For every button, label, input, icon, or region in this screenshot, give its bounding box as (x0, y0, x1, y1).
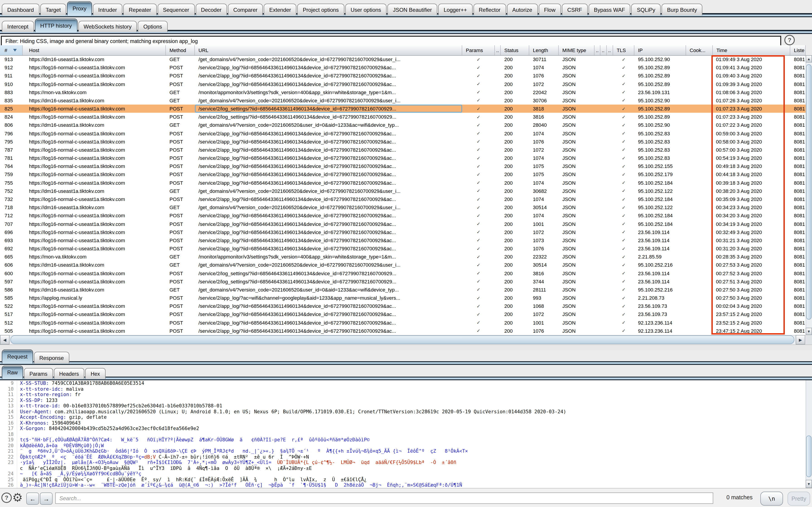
column-header-params[interactable]: Params (462, 45, 495, 55)
table-row[interactable]: 781https://log16-normal-c-useast1a.tikto… (0, 154, 806, 162)
table-row[interactable]: 522https://log16-normal-c-useast1a.tikto… (0, 302, 806, 310)
tab-reflector[interactable]: Reflector (473, 4, 506, 15)
column-header-number[interactable]: # (0, 45, 23, 55)
table-hscroll-thumb[interactable] (10, 335, 794, 344)
column-header-cook-[interactable]: Cook... (686, 45, 713, 55)
tab-sequencer[interactable]: Sequencer (157, 4, 195, 15)
column-header-time[interactable]: Time (713, 45, 790, 55)
tab-comparer[interactable]: Comparer (228, 4, 263, 15)
scroll-left-icon[interactable]: ◀ (0, 335, 9, 344)
table-row[interactable]: 693https://log16-normal-c-useast1a.tikto… (0, 236, 806, 244)
table-row[interactable]: 600https://log16-normal-c-useast1a.tikto… (0, 269, 806, 277)
table-row[interactable]: 759https://log16-normal-c-useast1a.tikto… (0, 170, 806, 179)
table-row[interactable]: 883https://mon-va.tiktokv.comGET/monitor… (0, 88, 806, 96)
table-row[interactable]: 824https://log16-normal-c-useast1a.tikto… (0, 113, 806, 121)
table-row[interactable]: 707https://log16-normal-c-useast1a.tikto… (0, 220, 806, 228)
table-row[interactable]: 755https://log16-normal-c-useast1a.tikto… (0, 179, 806, 187)
search-help-icon[interactable]: ? (1, 493, 12, 503)
tab-params[interactable]: Params (24, 368, 53, 379)
tab-intruder[interactable]: Intruder (93, 4, 122, 15)
table-row[interactable]: 505https://log16-normal-c-useast1a.tikto… (0, 327, 806, 335)
table-row[interactable]: 752https://dm16-useast1a.tiktokv.comGET/… (0, 187, 806, 195)
table-row[interactable]: 787https://log16-normal-c-useast1a.tikto… (0, 146, 806, 154)
tab-flow[interactable]: Flow (539, 4, 561, 15)
column-header-method[interactable]: Method (166, 45, 195, 55)
column-header-liste[interactable]: Liste (790, 45, 806, 55)
tab-http-history[interactable]: HTTP history (35, 18, 77, 32)
column-header--[interactable]: .. (495, 45, 501, 55)
tab-logger-[interactable]: Logger++ (438, 4, 472, 15)
scroll-right-icon[interactable]: ▶ (796, 335, 805, 344)
gear-icon[interactable]: ⚙ (12, 490, 23, 505)
table-row[interactable]: 910https://log16-normal-c-useast1a.tikto… (0, 80, 806, 88)
table-row[interactable]: 606https://dm16-useast1a.tiktokv.comGET/… (0, 261, 806, 269)
tab-autorize[interactable]: Autorize (507, 4, 538, 15)
table-row[interactable]: 732https://log16-normal-c-useast1a.tikto… (0, 195, 806, 203)
pretty-button[interactable]: Pretty (788, 492, 810, 506)
tab-intercept[interactable]: Intercept (2, 21, 34, 32)
table-row[interactable]: 795https://log16-normal-c-useast1a.tikto… (0, 137, 806, 146)
tab-json-beautifier[interactable]: JSON Beautifier (388, 4, 437, 15)
tab-csrf[interactable]: CSRF (562, 4, 588, 15)
table-row[interactable]: 718https://dm16-useast1a.tiktokv.comGET/… (0, 203, 806, 211)
table-row[interactable]: 692https://log16-normal-c-useast1a.tikto… (0, 244, 806, 252)
table-row[interactable]: 585https://applog.musical.lyPOST/service… (0, 294, 806, 302)
scroll-down-icon[interactable]: ▼ (806, 328, 812, 335)
next-match-button[interactable]: → (40, 493, 53, 505)
table-row[interactable]: 764https://log16-normal-c-useast1a.tikto… (0, 162, 806, 170)
tab-headers[interactable]: Headers (54, 368, 84, 379)
panel-splitter[interactable] (0, 344, 812, 350)
table-row[interactable]: 806https://dm16-useast1a.tiktokv.comGET/… (0, 121, 806, 129)
column-header--[interactable]: .. (595, 45, 600, 55)
column-header-mime-type[interactable]: MIME type (559, 45, 595, 55)
table-row[interactable]: 712https://log16-normal-c-useast1a.tikto… (0, 212, 806, 220)
column-header-ip[interactable]: IP (635, 45, 686, 55)
table-row[interactable]: 911https://log16-normal-c-useast1a.tikto… (0, 72, 806, 80)
column-header--[interactable]: .. (600, 45, 607, 55)
table-row[interactable]: 912https://log16-normal-c-useast1a.tikto… (0, 63, 806, 71)
tab-project-options[interactable]: Project options (298, 4, 344, 15)
tab-options[interactable]: Options (138, 21, 168, 32)
newline-toggle-button[interactable]: \n (760, 492, 783, 506)
tab-extender[interactable]: Extender (264, 4, 297, 15)
tab-decoder[interactable]: Decoder (196, 4, 227, 15)
table-row[interactable]: 825https://log16-normal-c-useast1a.tikto… (0, 105, 806, 113)
table-row[interactable]: 665https://mon-va.tiktokv.comGET/monitor… (0, 252, 806, 261)
raw-scroll-down-icon[interactable]: ▼ (806, 480, 812, 488)
table-row[interactable]: 586https://dm16-useast1a.tiktokv.comGET/… (0, 286, 806, 294)
raw-scroll-thumb[interactable] (806, 436, 812, 477)
tab-request[interactable]: Request (2, 349, 33, 363)
column-header-status[interactable]: Status (501, 45, 529, 55)
column-header-host[interactable]: Host (23, 45, 166, 55)
tab-response[interactable]: Response (34, 352, 69, 363)
scroll-up-icon[interactable]: ▲ (806, 55, 812, 62)
tab-hex[interactable]: Hex (85, 368, 105, 379)
table-row[interactable]: 913https://dm16-useast1a.tiktokv.comGET/… (0, 55, 806, 63)
tab-repeater[interactable]: Repeater (123, 4, 157, 15)
table-row[interactable]: 696https://log16-normal-c-useast1a.tikto… (0, 228, 806, 236)
table-row[interactable]: 517https://log16-normal-c-useast1a.tikto… (0, 310, 806, 319)
table-row[interactable]: 796https://log16-normal-c-useast1a.tikto… (0, 129, 806, 137)
table-scroll-thumb[interactable] (806, 64, 812, 320)
tab-dashboard[interactable]: Dashboard (2, 4, 39, 15)
table-row[interactable]: 597https://log16-normal-c-useast1a.tikto… (0, 277, 806, 285)
column-header--[interactable]: .. (607, 45, 613, 55)
request-raw-view[interactable]: 9X-SS-STUB: 7459CC01A3BA91788AB6B0A6E05E… (0, 380, 806, 488)
tab-raw[interactable]: Raw (2, 366, 23, 379)
search-input[interactable] (55, 493, 713, 504)
previous-match-button[interactable]: ← (26, 493, 39, 505)
tab-bypass-waf[interactable]: Bypass WAF (589, 4, 630, 15)
tab-websockets-history[interactable]: WebSockets history (78, 21, 137, 32)
tab-burp-bounty[interactable]: Burp Bounty (662, 4, 702, 15)
tab-target[interactable]: Target (40, 4, 66, 15)
filter-bar[interactable]: Filter: Hiding CSS, image and general bi… (1, 36, 781, 46)
tab-user-options[interactable]: User options (345, 4, 387, 15)
column-header-url[interactable]: URL (195, 45, 462, 55)
tab-proxy[interactable]: Proxy (67, 1, 92, 15)
table-row[interactable]: 835https://dm16-useast1a.tiktokv.comGET/… (0, 97, 806, 105)
tab-sqlipy[interactable]: SQLiPy (631, 4, 661, 15)
column-header-length[interactable]: Length (529, 45, 559, 55)
help-icon[interactable]: ? (784, 35, 795, 45)
table-row[interactable]: 512https://log16-normal-c-useast1a.tikto… (0, 319, 806, 327)
column-header-tls[interactable]: TLS (613, 45, 635, 55)
